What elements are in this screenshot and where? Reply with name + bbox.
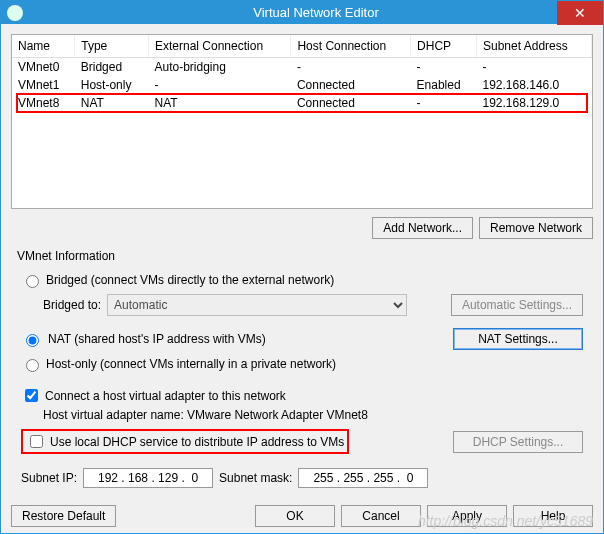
automatic-settings-button: Automatic Settings...	[451, 294, 583, 316]
vmnet-info-group: VMnet Information Bridged (connect VMs d…	[11, 247, 593, 499]
bridged-radio[interactable]	[26, 275, 39, 288]
add-network-button[interactable]: Add Network...	[372, 217, 473, 239]
close-button[interactable]: ✕	[557, 1, 603, 25]
col-header[interactable]: Host Connection	[291, 35, 411, 58]
connect-host-adapter-checkbox[interactable]	[25, 389, 38, 402]
col-header[interactable]: DHCP	[411, 35, 477, 58]
window: Virtual Network Editor ✕ NameTypeExterna…	[0, 0, 604, 534]
col-header[interactable]: Type	[75, 35, 149, 58]
table-row[interactable]: VMnet0BridgedAuto-bridging---	[12, 58, 592, 77]
hostonly-radio[interactable]	[26, 359, 39, 372]
bridged-label: Bridged (connect VMs directly to the ext…	[46, 273, 334, 287]
bridged-to-label: Bridged to:	[43, 298, 101, 312]
local-dhcp-checkbox[interactable]	[30, 435, 43, 448]
titlebar: Virtual Network Editor ✕	[1, 1, 603, 24]
app-icon	[7, 5, 23, 21]
subnet-ip-label: Subnet IP:	[21, 471, 77, 485]
nat-label: NAT (shared host's IP address with VMs)	[48, 332, 266, 346]
hostonly-label: Host-only (connect VMs internally in a p…	[46, 357, 336, 371]
col-header[interactable]: Subnet Address	[477, 35, 592, 58]
bridged-to-select: Automatic	[107, 294, 407, 316]
local-dhcp-highlight: Use local DHCP service to distribute IP …	[21, 429, 349, 454]
subnet-mask-label: Subnet mask:	[219, 471, 292, 485]
nat-radio[interactable]	[26, 334, 39, 347]
local-dhcp-label: Use local DHCP service to distribute IP …	[50, 435, 344, 449]
nat-settings-button[interactable]: NAT Settings...	[453, 328, 583, 350]
content: NameTypeExternal ConnectionHost Connecti…	[1, 24, 603, 533]
apply-button[interactable]: Apply	[427, 505, 507, 527]
help-button[interactable]: Help	[513, 505, 593, 527]
remove-network-button[interactable]: Remove Network	[479, 217, 593, 239]
connect-host-adapter-label: Connect a host virtual adapter to this n…	[45, 389, 286, 403]
subnet-mask-input[interactable]	[298, 468, 428, 488]
host-adapter-name: Host virtual adapter name: VMware Networ…	[21, 408, 583, 422]
table-row[interactable]: VMnet8NATNATConnected-192.168.129.0	[12, 94, 592, 112]
restore-default-button[interactable]: Restore Default	[11, 505, 116, 527]
col-header[interactable]: External Connection	[149, 35, 291, 58]
table-row[interactable]: VMnet1Host-only-ConnectedEnabled192.168.…	[12, 76, 592, 94]
group-title: VMnet Information	[11, 247, 593, 265]
window-title: Virtual Network Editor	[29, 5, 603, 20]
dhcp-settings-button: DHCP Settings...	[453, 431, 583, 453]
network-table[interactable]: NameTypeExternal ConnectionHost Connecti…	[11, 34, 593, 209]
subnet-ip-input[interactable]	[83, 468, 213, 488]
cancel-button[interactable]: Cancel	[341, 505, 421, 527]
col-header[interactable]: Name	[12, 35, 75, 58]
ok-button[interactable]: OK	[255, 505, 335, 527]
